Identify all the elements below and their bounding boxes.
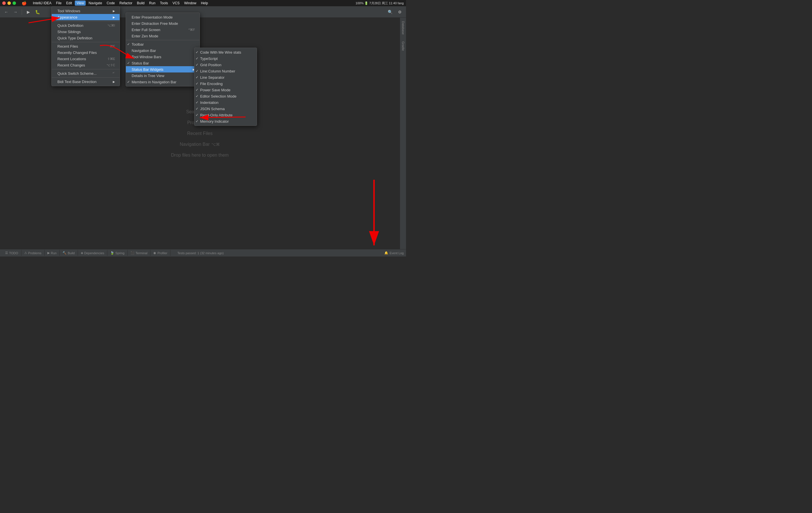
widget-indentation[interactable]: ✓ Indentation <box>195 99 257 105</box>
widget-json-schema[interactable]: ✓ JSON Schema <box>195 105 257 112</box>
minimize-button[interactable] <box>7 1 11 5</box>
widget-read-only[interactable]: ✓ Read-Only Attribute <box>195 112 257 118</box>
toolbar-label: Toolbar <box>132 42 144 47</box>
full-screen-shortcut: ^⌘F <box>181 28 195 32</box>
close-button[interactable] <box>2 1 6 5</box>
view-recent-files[interactable]: Recent Files ⌘E <box>52 43 120 49</box>
app-navigation-bar[interactable]: Navigation Bar <box>126 48 200 54</box>
maximize-button[interactable] <box>12 1 16 5</box>
gradle-tab[interactable]: Gradle <box>401 39 405 53</box>
widgets-label: Status Bar Widgets <box>132 67 163 71</box>
event-log-item[interactable]: 🔔 Event Log <box>384 251 404 255</box>
view-quick-definition[interactable]: Quick Definition ⌥⌘I <box>52 22 120 29</box>
widget-code-with-me[interactable]: ✓ Code With Me Wire stats <box>195 49 257 55</box>
app-zen-mode[interactable]: Enter Zen Mode <box>126 33 200 39</box>
menu-build[interactable]: Build <box>135 1 146 6</box>
memory-indicator-check: ✓ <box>196 119 198 123</box>
code-with-me-check: ✓ <box>196 50 198 54</box>
view-recently-changed[interactable]: Recently Changed Files <box>52 49 120 56</box>
widgets-menu: ✓ Code With Me Wire stats ✓ TypeScript ✓… <box>194 48 257 126</box>
view-quick-type[interactable]: Quick Type Definition <box>52 35 120 41</box>
view-show-siblings[interactable]: Show Siblings <box>52 29 120 35</box>
tab-todo[interactable]: ☰ TODO <box>2 250 22 256</box>
recent-files-label: Recent Files <box>57 44 78 49</box>
menu-edit[interactable]: Edit <box>64 1 74 6</box>
recent-changes-shortcut: ⌥⇧C <box>99 63 115 67</box>
recent-locations-shortcut: ⇧⌘E <box>100 57 115 61</box>
view-recent-changes[interactable]: Recent Changes ⌥⇧C <box>52 62 120 68</box>
menu-vcs[interactable]: VCS <box>171 1 181 6</box>
menu-tools[interactable]: Tools <box>158 1 170 6</box>
view-quick-switch[interactable]: Quick Switch Scheme... ^` <box>52 70 120 77</box>
back-button[interactable]: ← <box>2 8 10 16</box>
editor-selection-check: ✓ <box>196 94 198 98</box>
database-tab[interactable]: Database <box>401 19 405 37</box>
app-tool-window-bars[interactable]: ✓ Tool Window Bars <box>126 54 200 60</box>
app-presentation-mode[interactable]: Enter Presentation Mode <box>126 14 200 20</box>
code-with-me-label: Code With Me Wire stats <box>200 50 241 55</box>
view-bidi[interactable]: Bidi Text Base Direction ▶ <box>52 79 120 85</box>
right-panel: Database Gradle <box>400 18 406 249</box>
widget-editor-selection[interactable]: ✓ Editor Selection Mode <box>195 93 257 99</box>
widget-line-separator[interactable]: ✓ Line Separator <box>195 74 257 81</box>
widget-grid-position[interactable]: ✓ Grid Position <box>195 62 257 68</box>
widget-memory-indicator[interactable]: ✓ Memory Indicator <box>195 118 257 124</box>
menu-window[interactable]: Window <box>182 1 198 6</box>
menu-intellij[interactable]: IntelliJ IDEA <box>31 1 53 6</box>
deps-icon: ◈ <box>81 251 83 255</box>
status-bar-right: 🔔 Event Log <box>384 251 404 255</box>
profiler-icon: ◉ <box>153 251 156 255</box>
widget-file-encoding[interactable]: ✓ File Encoding <box>195 81 257 87</box>
menu-view[interactable]: View <box>75 1 86 6</box>
debug-button[interactable]: 🐛 <box>33 8 41 16</box>
separator-4 <box>52 77 120 78</box>
menu-code[interactable]: Code <box>105 1 117 6</box>
forward-button[interactable]: → <box>11 8 20 16</box>
arrow-icon: ▶ <box>108 9 115 12</box>
menu-navigate[interactable]: Navigate <box>87 1 104 6</box>
app-status-bar[interactable]: ✓ Status Bar <box>126 60 200 66</box>
view-appearance[interactable]: Appearance ▶ <box>52 14 120 20</box>
menu-items: IntelliJ IDEA File Edit View Navigate Co… <box>31 1 209 6</box>
distraction-free-label: Enter Distraction Free Mode <box>132 21 178 26</box>
search-button[interactable]: 🔍 <box>386 8 394 16</box>
status-bar: ☰ TODO ⚠ Problems ▶ Run 🔨 Build ◈ Depend… <box>0 249 406 256</box>
view-recent-locations[interactable]: Recent Locations ⇧⌘E <box>52 56 120 62</box>
view-tool-windows[interactable]: Tool Windows ▶ <box>52 8 120 14</box>
tab-problems[interactable]: ⚠ Problems <box>22 250 45 256</box>
apple-icon[interactable]: 🍎 <box>22 1 27 5</box>
line-column-check: ✓ <box>196 69 198 73</box>
app-toolbar[interactable]: ✓ Toolbar <box>126 41 200 48</box>
widget-typescript[interactable]: ✓ TypeScript <box>195 55 257 62</box>
app-distraction-free[interactable]: Enter Distraction Free Mode <box>126 20 200 27</box>
menu-refactor[interactable]: Refactor <box>118 1 134 6</box>
app-status-bar-widgets[interactable]: Status Bar Widgets ▶ <box>126 66 200 72</box>
tab-spring[interactable]: 🍃 Spring <box>107 250 127 256</box>
line-sep-label: Line Separator <box>200 75 225 80</box>
app-details-tree[interactable]: Details in Tree View <box>126 72 200 79</box>
mac-menubar: 🍎 IntelliJ IDEA File Edit View Navigate … <box>0 0 406 6</box>
tab-run[interactable]: ▶ Run <box>45 250 60 256</box>
menu-run[interactable]: Run <box>147 1 157 6</box>
menu-help[interactable]: Help <box>199 1 210 6</box>
tab-build[interactable]: 🔨 Build <box>60 250 78 256</box>
run-button[interactable]: ▶ <box>24 8 32 16</box>
memory-indicator-label: Memory Indicator <box>200 119 229 124</box>
line-column-label: Line:Column Number <box>200 69 235 73</box>
app-members-nav[interactable]: ✓ Members in Navigation Bar <box>126 79 200 85</box>
traffic-lights <box>2 1 16 5</box>
appearance-label: Appearance <box>57 15 77 20</box>
tab-terminal[interactable]: ⬛ Terminal <box>127 250 151 256</box>
widget-power-save[interactable]: ✓ Power Save Mode <box>195 87 257 93</box>
app-full-screen[interactable]: Enter Full Screen ^⌘F <box>126 27 200 33</box>
recent-changes-label: Recent Changes <box>57 63 85 67</box>
power-save-label: Power Save Mode <box>200 88 230 92</box>
menu-file[interactable]: File <box>54 1 63 6</box>
widget-line-column[interactable]: ✓ Line:Column Number <box>195 68 257 74</box>
tab-dependencies[interactable]: ◈ Dependencies <box>78 250 107 256</box>
status-text: Tests passed: 1 (32 minutes ago) <box>177 251 224 255</box>
recently-changed-label: Recently Changed Files <box>57 51 97 55</box>
tab-profiler[interactable]: ◉ Profiler <box>150 250 170 256</box>
todo-icon: ☰ <box>5 251 8 255</box>
settings-button[interactable]: ⚙ <box>396 8 404 16</box>
